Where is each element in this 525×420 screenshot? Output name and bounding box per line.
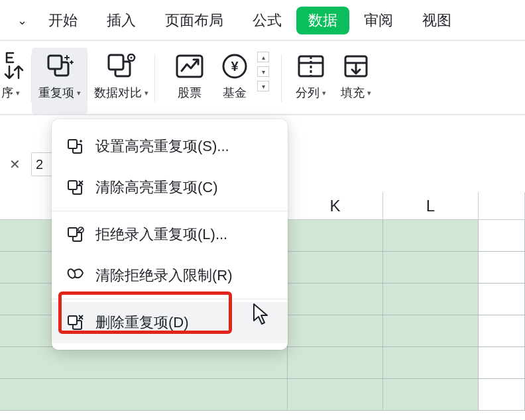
funds-button[interactable]: ¥ 基金 (212, 48, 257, 114)
formula-bar: ✕ 2 (0, 152, 59, 176)
duplicates-dropdown-menu: 设置高亮重复项(S)... 清除高亮重复项(C) 拒绝录入重复项(L)... 清… (52, 119, 288, 350)
column-header-k[interactable]: K (288, 192, 383, 219)
gallery-more-button[interactable]: ▾ (257, 81, 269, 91)
reject-duplicate-icon (66, 225, 85, 244)
tab-overflow-dropdown[interactable]: ⌄ (11, 11, 34, 30)
caret-icon: ▾ (16, 89, 20, 97)
sort-button[interactable]: 序 ▾ (0, 48, 32, 114)
duplicates-label: 重复项 (38, 85, 74, 101)
svg-rect-19 (68, 140, 77, 148)
tab-page-layout[interactable]: 页面布局 (150, 7, 238, 34)
fill-icon (340, 50, 372, 82)
caret-icon: ▾ (367, 89, 371, 97)
data-compare-button[interactable]: 数据对比 ▾ (88, 48, 155, 114)
duplicates-icon (44, 50, 76, 82)
menu-label: 清除高亮重复项(C) (95, 178, 218, 197)
svg-rect-27 (68, 228, 77, 236)
gallery-up-button[interactable]: ▴ (257, 52, 269, 62)
data-compare-icon (105, 50, 137, 82)
svg-rect-23 (68, 181, 77, 189)
gallery-down-button[interactable]: ▾ (257, 66, 269, 77)
clear-sparkle-duplicate-icon (66, 178, 85, 197)
menu-label: 拒绝录入重复项(L)... (95, 225, 227, 244)
data-compare-label: 数据对比 (94, 85, 142, 101)
cancel-formula-button[interactable]: ✕ (5, 156, 25, 172)
ribbon-tabs: ⌄ 开始 插入 页面布局 公式 数据 审阅 视图 (0, 0, 525, 41)
menu-separator (52, 211, 288, 211)
sparkle-duplicate-icon (66, 137, 85, 156)
svg-rect-7 (109, 55, 123, 70)
menu-set-highlight-duplicates[interactable]: 设置高亮重复项(S)... (52, 126, 288, 167)
ribbon-toolbar: 序 ▾ 重复项 ▾ (0, 41, 525, 115)
menu-separator (52, 299, 288, 299)
column-header-l[interactable]: L (383, 192, 479, 219)
erase-icon (66, 266, 85, 285)
split-column-button[interactable]: 分列 ▾ (288, 48, 333, 114)
duplicates-button[interactable]: 重复项 ▾ (32, 48, 88, 114)
tab-data[interactable]: 数据 (296, 7, 349, 34)
tab-formulas[interactable]: 公式 (238, 7, 296, 34)
caret-icon: ▾ (77, 89, 81, 97)
caret-icon: ▾ (322, 89, 326, 97)
tab-start[interactable]: 开始 (34, 7, 92, 34)
svg-rect-32 (68, 316, 77, 325)
split-column-icon (295, 50, 327, 82)
tab-review[interactable]: 审阅 (349, 7, 408, 34)
menu-label: 清除拒绝录入限制(R) (95, 266, 233, 286)
fill-label: 填充 (341, 85, 365, 101)
formula-text: 2 (36, 157, 43, 172)
fill-button[interactable]: 填充 ▾ (333, 48, 379, 114)
menu-label: 设置高亮重复项(S)... (95, 136, 229, 156)
split-label: 分列 (296, 85, 320, 101)
menu-label: 删除重复项(D) (95, 313, 189, 333)
data-type-gallery-controls: ▴ ▾ ▾ (257, 52, 269, 91)
menu-remove-duplicates[interactable]: 删除重复项(D) (52, 302, 288, 343)
sort-label: 序 (1, 85, 13, 101)
menu-clear-reject-restriction[interactable]: 清除拒绝录入限制(R) (52, 255, 288, 296)
tab-insert[interactable]: 插入 (92, 7, 150, 34)
menu-clear-highlight-duplicates[interactable]: 清除高亮重复项(C) (52, 167, 288, 208)
tab-view[interactable]: 视图 (408, 7, 466, 34)
sort-icon (0, 50, 32, 82)
caret-icon: ▾ (145, 89, 148, 97)
menu-reject-duplicate-input[interactable]: 拒绝录入重复项(L)... (52, 214, 288, 255)
svg-rect-1 (48, 56, 62, 69)
stocks-label: 股票 (178, 85, 202, 101)
stocks-button[interactable]: 股票 (155, 48, 212, 114)
funds-icon: ¥ (219, 50, 251, 82)
stocks-icon (174, 50, 205, 82)
remove-duplicate-icon (66, 313, 85, 332)
funds-label: 基金 (223, 85, 247, 101)
svg-point-9 (131, 57, 133, 59)
svg-line-29 (79, 228, 83, 232)
svg-text:¥: ¥ (231, 59, 239, 74)
